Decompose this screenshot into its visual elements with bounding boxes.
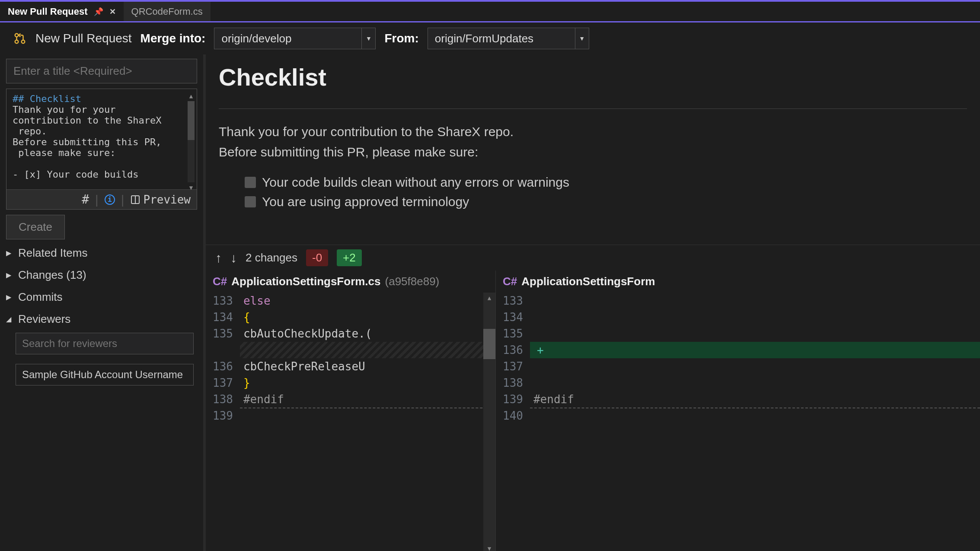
line-gutter: 133 134 135 136 137 138 139 xyxy=(206,293,240,551)
diff-toolbar: ↑ ↓ 2 changes -0 +2 xyxy=(206,245,980,271)
svg-point-1 xyxy=(15,40,19,44)
preview-body-line: Before submitting this PR, please make s… xyxy=(219,142,967,162)
merge-into-label: Merge into: xyxy=(140,32,206,45)
scroll-up-icon[interactable]: ▲ xyxy=(483,293,495,303)
scroll-down-icon[interactable]: ▼ xyxy=(189,184,193,191)
from-label: From: xyxy=(384,32,418,45)
description-preview: Checklist Thank you for your contributio… xyxy=(206,54,980,245)
changes-count: 2 changes xyxy=(246,251,297,264)
svg-point-0 xyxy=(15,34,19,37)
chevron-down-icon[interactable]: ▼ xyxy=(361,28,375,49)
scrollbar[interactable]: ▲ ▼ xyxy=(483,293,495,551)
file-name: ApplicationSettingsForm.cs xyxy=(231,275,380,288)
scrollbar[interactable]: ▲ ▼ xyxy=(186,92,196,191)
code-lines: else { cbAutoCheckUpdate.( cbCheckPreRel… xyxy=(240,293,495,551)
lang-badge: C# xyxy=(213,275,227,288)
tree-commits[interactable]: ▶ Commits xyxy=(6,289,197,306)
code-area-left[interactable]: 133 134 135 136 137 138 139 else { cbAut… xyxy=(206,293,495,551)
svg-point-2 xyxy=(22,40,25,44)
merge-into-dropdown[interactable]: origin/develop ▼ xyxy=(214,28,376,49)
checklist-item: Your code builds clean without any error… xyxy=(245,175,967,190)
line-gutter: 133 134 135 136 137 138 139 140 xyxy=(496,293,530,551)
plus-icon: + xyxy=(533,344,544,357)
preview-body-line: Thank you for your contribution to the S… xyxy=(219,122,967,142)
close-icon[interactable]: ✕ xyxy=(109,7,116,16)
next-change-button[interactable]: ↓ xyxy=(230,251,237,265)
checkbox-icon[interactable] xyxy=(245,196,256,207)
scroll-thumb[interactable] xyxy=(483,329,495,359)
pr-description-textarea[interactable]: ## Checklist Thank you for your contribu… xyxy=(6,89,197,189)
prev-change-button[interactable]: ↑ xyxy=(215,251,222,265)
chevron-right-icon: ▶ xyxy=(6,271,15,279)
tab-label: New Pull Request xyxy=(8,6,88,17)
diff-pane-left: C# ApplicationSettingsForm.cs (a95f8e89)… xyxy=(206,271,495,551)
pin-icon[interactable]: 📌 xyxy=(94,7,103,16)
create-button[interactable]: Create xyxy=(6,215,65,239)
from-value: origin/FormUpdates xyxy=(428,32,575,45)
chevron-down-icon: ◢ xyxy=(6,315,15,323)
tree-related-items[interactable]: ▶ Related Items xyxy=(6,245,197,261)
scroll-up-icon[interactable]: ▲ xyxy=(189,92,193,99)
chevron-right-icon: ▶ xyxy=(6,249,15,257)
scroll-down-icon[interactable]: ▼ xyxy=(483,543,495,551)
additions-badge: +2 xyxy=(337,249,362,266)
chevron-right-icon: ▶ xyxy=(6,293,15,301)
checklist-item: You are using approved terminology xyxy=(245,194,967,210)
info-icon[interactable]: i xyxy=(105,194,115,205)
file-hash: (a95f8e89) xyxy=(385,275,440,288)
scroll-thumb[interactable] xyxy=(188,101,195,140)
reviewer-search-input[interactable] xyxy=(16,333,194,354)
pr-title-input[interactable] xyxy=(6,59,197,83)
toolbar-title: New Pull Request xyxy=(35,32,132,45)
pr-toolbar: New Pull Request Merge into: origin/deve… xyxy=(0,22,980,54)
merge-into-value: origin/develop xyxy=(214,32,361,45)
tabs-row: New Pull Request 📌 ✕ QRCodeForm.cs xyxy=(0,2,980,22)
code-lines: + #endif xyxy=(530,293,980,551)
reviewer-item[interactable]: Sample GitHub Account Username xyxy=(16,364,194,385)
pull-request-icon xyxy=(13,32,27,45)
chevron-down-icon[interactable]: ▼ xyxy=(575,28,589,49)
preview-heading: Checklist xyxy=(219,63,967,91)
diff-pane-right: C# ApplicationSettingsForm 133 134 135 1… xyxy=(495,271,980,551)
tab-qrcodeform[interactable]: QRCodeForm.cs xyxy=(124,2,211,21)
tab-label: QRCodeForm.cs xyxy=(131,6,203,17)
code-area-right[interactable]: 133 134 135 136 137 138 139 140 + xyxy=(496,293,980,551)
left-panel: ## Checklist Thank you for your contribu… xyxy=(0,54,203,551)
file-header-right: C# ApplicationSettingsForm xyxy=(496,271,980,293)
tab-new-pull-request[interactable]: New Pull Request 📌 ✕ xyxy=(0,2,124,21)
right-panel: Checklist Thank you for your contributio… xyxy=(206,54,980,551)
hash-icon[interactable]: # xyxy=(82,192,89,207)
checkbox-icon[interactable] xyxy=(245,177,256,188)
from-dropdown[interactable]: origin/FormUpdates ▼ xyxy=(428,28,589,49)
file-header-left: C# ApplicationSettingsForm.cs (a95f8e89) xyxy=(206,271,495,293)
preview-toggle[interactable]: Preview xyxy=(130,193,191,206)
deletions-badge: -0 xyxy=(306,249,328,266)
file-name: ApplicationSettingsForm xyxy=(521,275,655,288)
tree-reviewers[interactable]: ◢ Reviewers xyxy=(6,311,197,328)
gap-indicator xyxy=(240,342,495,358)
lang-badge: C# xyxy=(503,275,517,288)
pr-description-box: ## Checklist Thank you for your contribu… xyxy=(6,89,197,210)
tree-changes[interactable]: ▶ Changes (13) xyxy=(6,267,197,283)
preview-label: Preview xyxy=(143,193,191,206)
